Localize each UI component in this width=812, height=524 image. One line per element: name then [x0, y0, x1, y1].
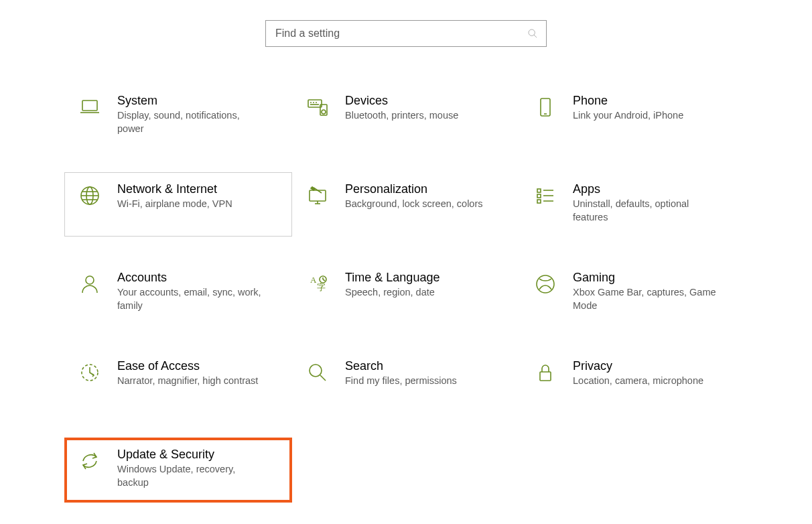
svg-line-37: [320, 375, 326, 381]
svg-line-1: [534, 35, 537, 38]
tile-title: Network & Internet: [117, 182, 232, 196]
tile-desc: Windows Update, recovery, backup: [117, 463, 262, 489]
tile-title: Ease of Access: [117, 359, 258, 373]
svg-rect-22: [537, 189, 541, 192]
svg-text:字: 字: [317, 282, 326, 292]
phone-icon: [530, 92, 561, 119]
tile-title: Accounts: [117, 271, 262, 285]
tile-devices[interactable]: Devices Bluetooth, printers, mouse: [292, 84, 520, 148]
tile-update-security[interactable]: Update & Security Windows Update, recove…: [64, 438, 292, 502]
tile-phone[interactable]: Phone Link your Android, iPhone: [520, 84, 748, 148]
tile-title: Update & Security: [117, 448, 262, 462]
tile-title: Gaming: [573, 271, 718, 285]
apps-list-icon: [530, 181, 561, 208]
tile-desc: Background, lock screen, colors: [345, 198, 483, 211]
ease-of-access-icon: [74, 358, 105, 385]
paintbrush-monitor-icon: [302, 181, 333, 208]
tile-title: Devices: [345, 94, 458, 108]
tile-desc: Link your Android, iPhone: [573, 109, 683, 123]
tile-time-language[interactable]: A字 Time & Language Speech, region, date: [292, 261, 520, 325]
person-icon: [74, 269, 105, 296]
tile-title: Phone: [573, 94, 683, 108]
svg-point-36: [310, 365, 322, 377]
tile-desc: Xbox Game Bar, captures, Game Mode: [573, 286, 718, 312]
tile-desc: Narrator, magnifier, high contrast: [117, 375, 258, 388]
tile-title: Apps: [573, 182, 718, 196]
tile-title: Time & Language: [345, 271, 439, 285]
svg-line-33: [323, 279, 325, 281]
keyboard-speaker-icon: [302, 92, 333, 119]
svg-point-0: [529, 29, 535, 36]
laptop-icon: [74, 92, 105, 119]
tile-ease-of-access[interactable]: Ease of Access Narrator, magnifier, high…: [64, 349, 292, 413]
tile-desc: Speech, region, date: [345, 286, 439, 300]
tile-network[interactable]: Network & Internet Wi-Fi, airplane mode,…: [64, 172, 292, 237]
search-icon: [527, 28, 538, 39]
settings-grid: System Display, sound, notifications, po…: [0, 84, 812, 503]
svg-rect-11: [541, 99, 550, 116]
svg-point-10: [322, 110, 326, 114]
svg-rect-4: [308, 100, 322, 107]
tile-desc: Location, camera, microphone: [573, 375, 703, 388]
svg-text:A: A: [310, 275, 317, 285]
tile-desc: Wi-Fi, airplane mode, VPN: [117, 198, 232, 211]
search-input[interactable]: [274, 27, 527, 40]
tile-desc: Bluetooth, printers, mouse: [345, 109, 458, 123]
svg-point-34: [537, 275, 554, 293]
tile-system[interactable]: System Display, sound, notifications, po…: [64, 84, 292, 148]
tile-search[interactable]: Search Find my files, permissions: [292, 349, 520, 413]
tile-desc: Display, sound, notifications, power: [117, 109, 262, 135]
tile-accounts[interactable]: Accounts Your accounts, email, sync, wor…: [64, 261, 292, 325]
xbox-icon: [530, 269, 561, 296]
tile-title: Personalization: [345, 182, 483, 196]
svg-rect-38: [540, 372, 551, 381]
tile-desc: Your accounts, email, sync, work, family: [117, 286, 262, 312]
svg-rect-23: [537, 194, 541, 198]
svg-rect-18: [310, 190, 326, 201]
tile-desc: Uninstall, defaults, optional features: [573, 198, 718, 224]
tile-privacy[interactable]: Privacy Location, camera, microphone: [520, 349, 748, 413]
magnifier-icon: [302, 358, 333, 385]
svg-rect-24: [537, 200, 541, 203]
tile-apps[interactable]: Apps Uninstall, defaults, optional featu…: [520, 172, 748, 237]
search-box[interactable]: [265, 20, 547, 47]
tile-desc: Find my files, permissions: [345, 375, 457, 388]
tile-title: System: [117, 94, 262, 108]
tile-gaming[interactable]: Gaming Xbox Game Bar, captures, Game Mod…: [520, 261, 748, 325]
tile-title: Search: [345, 359, 457, 373]
lock-icon: [530, 358, 561, 385]
globe-icon: [74, 181, 105, 208]
svg-point-28: [86, 276, 94, 284]
update-sync-icon: [74, 446, 105, 473]
tile-personalization[interactable]: Personalization Background, lock screen,…: [292, 172, 520, 237]
tile-title: Privacy: [573, 359, 703, 373]
svg-rect-2: [82, 101, 97, 111]
time-language-icon: A字: [302, 269, 333, 296]
